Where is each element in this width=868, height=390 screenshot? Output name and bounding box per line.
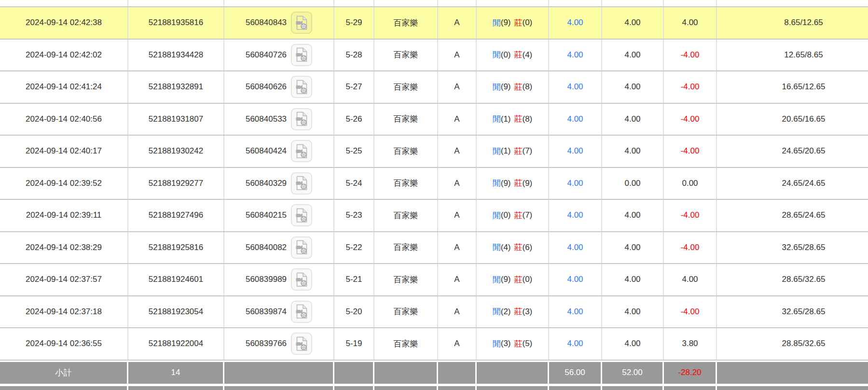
valid-bet-amount: 4.00 [602,232,664,264]
win-loss-amount: 0.00 [664,168,717,199]
table-row[interactable]: 2024-09-14 02:40:17 521881930242 5608404… [0,136,868,168]
banker-points: (4) [523,50,533,60]
bet-time: 2024-09-14 02:37:18 [0,296,128,328]
bet-id: 521881927496 [128,200,224,231]
round-number: 5-19 [334,328,374,360]
banker-points: (5) [523,339,533,348]
game-type: 百家樂 [374,296,438,328]
banker-points: (0) [523,275,533,284]
video-replay-icon [295,176,308,191]
valid-bet-amount: 4.00 [602,136,664,167]
table-row[interactable]: 2024-09-14 02:38:29 521881925816 5608400… [0,232,868,265]
round-number: 5-29 [334,7,374,39]
valid-bet-amount: 4.00 [602,328,664,360]
balance: 28.65/24.65 [717,200,868,231]
table-row[interactable]: 2024-09-14 02:42:38 521881935816 5608408… [0,7,868,40]
game-type: 百家樂 [374,232,438,264]
game-type: 百家樂 [374,104,438,135]
video-replay-button[interactable] [291,237,312,259]
banker-points: (9) [523,179,533,188]
round-id-cell: 560840215 [224,200,334,231]
video-replay-icon [295,111,308,126]
bet-id: 521881922004 [128,328,224,360]
banker-points: (0) [523,18,533,28]
balance: 28.65/32.65 [717,264,868,295]
bet-amount: 4.00 [549,104,602,135]
bet-id: 521881930242 [128,136,224,167]
balance: 20.65/16.65 [717,104,868,135]
win-loss-amount: 3.80 [664,328,717,360]
table-row[interactable]: 2024-09-14 02:37:18 521881923054 5608398… [0,296,868,329]
bet-time: 2024-09-14 02:39:11 [0,200,128,231]
video-replay-button[interactable] [291,204,312,226]
video-replay-button[interactable] [291,333,312,355]
video-replay-button[interactable] [291,12,312,34]
player-points: (1) [501,146,511,156]
bet-time: 2024-09-14 02:38:29 [0,232,128,264]
video-replay-button[interactable] [291,140,312,162]
table-row-cropped-top [0,0,868,7]
valid-bet-amount: 0.00 [602,168,664,199]
subtotal-win-loss-total: -28.20 [664,362,717,384]
subtotal-row: 小計 14 56.00 52.00 -28.20 [0,362,868,384]
video-replay-button[interactable] [291,44,312,66]
bet-amount: 4.00 [549,232,602,264]
round-id: 560839874 [246,307,287,317]
grand-total-row-cropped [0,386,868,390]
video-replay-icon [295,304,308,319]
bet-id: 521881924601 [128,264,224,295]
bet-history-table: 2024-09-14 02:42:38 521881935816 5608408… [0,0,868,390]
video-replay-icon [295,15,308,30]
balance: 24.65/24.65 [717,168,868,199]
video-replay-button[interactable] [291,172,312,195]
video-replay-button[interactable] [291,301,312,323]
banker-points: (7) [523,146,533,156]
round-number: 5-28 [334,40,374,71]
table-code: A [438,168,477,199]
table-code: A [438,7,477,39]
valid-bet-amount: 4.00 [602,296,664,328]
video-replay-button[interactable] [291,108,312,130]
table-row[interactable]: 2024-09-14 02:39:11 521881927496 5608402… [0,200,868,232]
banker-label: 莊 [514,210,523,221]
banker-label: 莊 [514,146,523,157]
video-replay-button[interactable] [291,268,312,291]
win-loss-amount: -4.00 [664,104,717,135]
result-cell: 閒(9)莊(8) [477,71,549,103]
bet-time: 2024-09-14 02:36:55 [0,328,128,360]
bet-amount: 4.00 [549,71,602,103]
table-row[interactable]: 2024-09-14 02:37:57 521881924601 5608399… [0,264,868,296]
result-cell: 閒(0)莊(7) [477,200,549,231]
table-row[interactable]: 2024-09-14 02:36:55 521881922004 5608397… [0,328,868,361]
round-number: 5-22 [334,232,374,264]
player-points: (9) [501,82,511,92]
table-row[interactable]: 2024-09-14 02:41:24 521881932891 5608406… [0,71,868,104]
player-label: 閒 [493,82,501,93]
table-row[interactable]: 2024-09-14 02:42:02 521881934428 5608407… [0,40,868,72]
game-type: 百家樂 [374,328,438,360]
table-row[interactable]: 2024-09-14 02:39:52 521881929277 5608403… [0,168,868,200]
result-cell: 閒(2)莊(3) [477,296,549,328]
bet-amount: 4.00 [549,7,602,39]
player-points: (9) [501,179,511,188]
win-loss-amount: -4.00 [664,296,717,328]
table-code: A [438,200,477,231]
table-code: A [438,40,477,71]
round-number: 5-20 [334,296,374,328]
video-replay-icon [295,80,308,95]
balance: 32.65/28.65 [717,296,868,328]
video-replay-icon [295,336,308,351]
round-number: 5-27 [334,71,374,103]
round-id-cell: 560840726 [224,40,334,71]
video-replay-button[interactable] [291,76,312,98]
table-code: A [438,296,477,328]
win-loss-amount: -4.00 [664,71,717,103]
round-id: 560840726 [246,50,287,60]
banker-points: (3) [523,307,533,317]
round-id: 560840843 [246,18,287,28]
bet-id: 521881932891 [128,71,224,103]
table-row[interactable]: 2024-09-14 02:40:56 521881931807 5608405… [0,104,868,136]
result-cell: 閒(9)莊(0) [477,264,549,295]
banker-label: 莊 [514,306,523,317]
round-id: 560840082 [246,243,287,252]
